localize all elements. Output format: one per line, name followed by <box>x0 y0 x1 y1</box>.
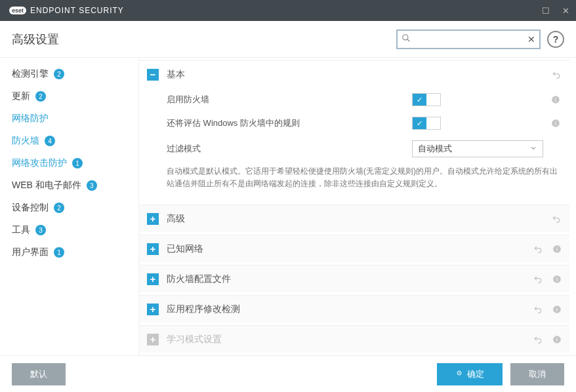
sidebar-item-0[interactable]: 检测引擎2 <box>0 63 138 85</box>
svg-point-15 <box>459 372 460 374</box>
filter-mode-description: 自动模式是默认模式。它适用于希望轻松便捷使用防火墙(无需定义规则)的用户。自动模… <box>139 163 569 202</box>
info-icon[interactable]: i <box>552 245 562 254</box>
section-title-advanced: 高级 <box>167 213 185 225</box>
section-title-learn: 学习模式设置 <box>167 334 222 345</box>
sidebar-item-label: 防火墙 <box>12 135 39 147</box>
sidebar-badge: 2 <box>35 91 46 102</box>
sidebar-item-2[interactable]: 网络防护 <box>0 108 138 130</box>
setting-eval-windows-firewall: 还将评估 Windows 防火墙中的规则 ✓ i <box>139 111 569 135</box>
brand-logo-badge: eset <box>9 7 26 14</box>
sidebar-item-3[interactable]: 防火墙4 <box>0 130 138 152</box>
ok-icon <box>455 369 463 379</box>
sidebar-badge: 2 <box>54 69 64 79</box>
svg-point-0 <box>403 34 408 39</box>
expand-icon[interactable]: + <box>147 243 159 255</box>
sidebar-badge: 1 <box>54 247 64 258</box>
sidebar-item-6[interactable]: 设备控制2 <box>0 197 138 219</box>
default-button[interactable]: 默认 <box>12 363 66 385</box>
window-close-icon[interactable]: ✕ <box>562 6 570 16</box>
svg-text:i: i <box>556 307 558 313</box>
undo-icon[interactable] <box>533 244 543 254</box>
undo-icon[interactable] <box>551 69 562 80</box>
undo-icon[interactable] <box>533 334 543 345</box>
undo-icon[interactable] <box>551 214 562 224</box>
content-area: − 基本 启用防火墙 ✓ i <box>139 58 576 355</box>
cancel-button[interactable]: 取消 <box>510 363 564 385</box>
sidebar-item-label: 用户界面 <box>12 246 49 258</box>
info-icon[interactable]: i <box>552 335 562 344</box>
undo-icon[interactable] <box>533 274 543 284</box>
svg-text:i: i <box>555 121 556 127</box>
info-icon[interactable]: i <box>551 119 560 128</box>
section-header-basic[interactable]: − 基本 <box>139 60 569 88</box>
sidebar-item-label: 网络攻击防护 <box>12 157 67 169</box>
info-icon[interactable]: i <box>551 95 560 104</box>
search-clear-icon[interactable]: ✕ <box>527 34 535 45</box>
expand-icon: + <box>147 334 159 345</box>
expand-icon[interactable]: + <box>147 213 159 225</box>
section-title-basic: 基本 <box>167 69 185 81</box>
brand-text: ENDPOINT SECURITY <box>30 6 124 15</box>
check-icon: ✓ <box>413 117 426 129</box>
section-header-known[interactable]: + 已知网络 i <box>139 235 569 262</box>
page-title: 高级设置 <box>12 31 59 47</box>
section-header-appmod[interactable]: + 应用程序修改检测 i <box>139 295 569 323</box>
sidebar-item-label: 工具 <box>12 224 30 236</box>
setting-label: 还将评估 Windows 防火墙中的规则 <box>167 117 404 129</box>
toggle-enable-firewall[interactable]: ✓ <box>412 93 441 106</box>
expand-icon[interactable]: + <box>147 273 159 285</box>
section-header-learn[interactable]: + 学习模式设置 i <box>139 325 569 353</box>
info-icon[interactable]: i <box>552 275 562 284</box>
ok-button[interactable]: 确定 <box>437 363 503 385</box>
expand-icon[interactable]: + <box>147 304 159 315</box>
sidebar-badge: 3 <box>35 225 46 235</box>
sidebar-badge: 1 <box>72 158 83 168</box>
svg-text:i: i <box>556 246 558 252</box>
section-header-profiles[interactable]: + 防火墙配置文件 i <box>139 265 569 292</box>
section-title-profiles: 防火墙配置文件 <box>167 273 231 285</box>
sidebar-item-5[interactable]: WEB 和电子邮件3 <box>0 174 138 197</box>
filter-mode-dropdown[interactable]: 自动模式 <box>412 140 543 157</box>
setting-label: 过滤模式 <box>167 143 404 155</box>
sidebar-badge: 4 <box>45 136 55 146</box>
search-icon <box>401 33 411 45</box>
sidebar-item-label: WEB 和电子邮件 <box>12 180 81 191</box>
dropdown-value: 自动模式 <box>418 143 452 155</box>
svg-text:i: i <box>556 277 558 283</box>
header: 高级设置 ✕ ? <box>0 21 576 58</box>
footer: 默认 确定 取消 <box>0 355 576 392</box>
window-maximize-icon[interactable]: ☐ <box>542 6 550 16</box>
setting-enable-firewall: 启用防火墙 ✓ i <box>139 88 569 111</box>
svg-text:i: i <box>555 97 556 103</box>
chevron-down-icon <box>529 144 537 154</box>
sidebar-item-4[interactable]: 网络攻击防护1 <box>0 152 138 174</box>
sidebar-item-label: 检测引擎 <box>12 68 49 80</box>
info-icon[interactable]: i <box>552 305 562 314</box>
sidebar-item-1[interactable]: 更新2 <box>0 85 138 108</box>
sidebar-badge: 3 <box>87 180 97 191</box>
section-title-known: 已知网络 <box>167 243 203 255</box>
sidebar: 检测引擎2更新2网络防护防火墙4网络攻击防护1WEB 和电子邮件3设备控制2工具… <box>0 58 139 355</box>
sidebar-item-label: 网络防护 <box>12 113 49 125</box>
titlebar: eset ENDPOINT SECURITY ☐ ✕ <box>0 0 576 21</box>
sidebar-item-7[interactable]: 工具3 <box>0 219 138 241</box>
setting-filter-mode: 过滤模式 自动模式 <box>139 135 569 163</box>
search-box[interactable]: ✕ <box>396 29 541 49</box>
sidebar-item-label: 设备控制 <box>12 202 49 214</box>
section-header-advanced[interactable]: + 高级 <box>139 205 569 232</box>
search-input[interactable] <box>413 34 527 44</box>
toggle-eval-windows-firewall[interactable]: ✓ <box>412 117 441 130</box>
sidebar-item-label: 更新 <box>12 90 30 102</box>
collapse-icon[interactable]: − <box>147 69 159 81</box>
svg-line-1 <box>407 39 410 41</box>
svg-text:i: i <box>556 337 558 343</box>
sidebar-item-8[interactable]: 用户界面1 <box>0 241 138 264</box>
section-title-appmod: 应用程序修改检测 <box>167 304 240 315</box>
undo-icon[interactable] <box>533 304 543 315</box>
sidebar-badge: 2 <box>54 203 64 213</box>
help-button[interactable]: ? <box>547 31 564 48</box>
check-icon: ✓ <box>413 94 426 106</box>
setting-label: 启用防火墙 <box>167 94 404 106</box>
